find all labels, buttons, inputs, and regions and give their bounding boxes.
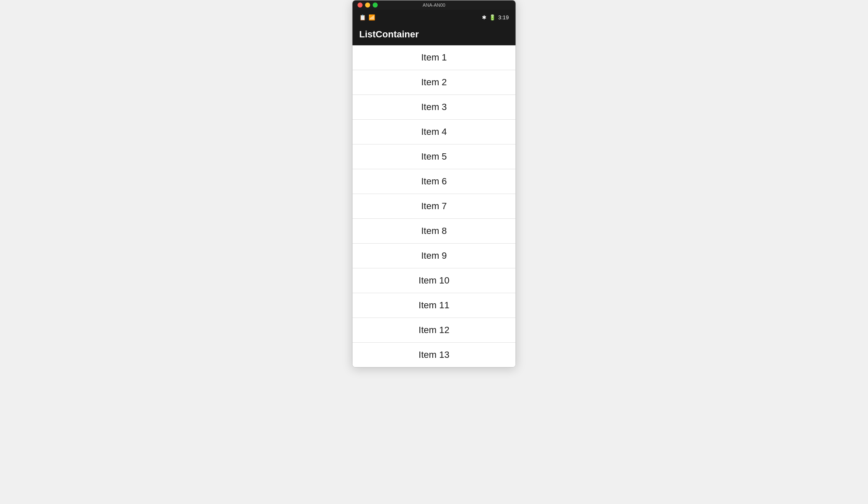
nav-bar: ListContainer <box>352 25 516 45</box>
wifi-icon: 📶 <box>368 14 375 21</box>
list-item-label: Item 9 <box>421 250 447 261</box>
list-item-label: Item 7 <box>421 201 447 212</box>
sim-icon: 📋 <box>359 14 366 21</box>
title-bar: ANA-AN00 <box>352 0 516 10</box>
window-title: ANA-AN00 <box>423 3 445 8</box>
list-item[interactable]: Item 5 <box>352 144 516 169</box>
bluetooth-icon: ✱ <box>482 14 487 21</box>
list-item[interactable]: Item 11 <box>352 293 516 318</box>
list-item-label: Item 1 <box>421 52 447 63</box>
list-item[interactable]: Item 8 <box>352 219 516 244</box>
battery-icon: 🔋 <box>489 14 496 21</box>
list-item[interactable]: Item 2 <box>352 70 516 95</box>
list-item-label: Item 10 <box>418 275 449 286</box>
status-bar: 📋 📶 ✱ 🔋 3:19 <box>352 10 516 25</box>
status-time: 3:19 <box>498 14 509 21</box>
list-item-label: Item 8 <box>421 226 447 236</box>
nav-title: ListContainer <box>359 29 419 39</box>
status-right-icons: ✱ 🔋 3:19 <box>482 14 509 21</box>
list-item-label: Item 2 <box>421 77 447 88</box>
list-item[interactable]: Item 7 <box>352 194 516 219</box>
list-item-label: Item 4 <box>421 126 447 137</box>
list-item[interactable]: Item 6 <box>352 169 516 194</box>
list-container: Item 1Item 2Item 3Item 4Item 5Item 6Item… <box>352 45 516 367</box>
list-item[interactable]: Item 9 <box>352 244 516 268</box>
list-item-label: Item 6 <box>421 176 447 187</box>
list-item[interactable]: Item 10 <box>352 268 516 293</box>
list-item-label: Item 5 <box>421 151 447 162</box>
minimize-button[interactable] <box>365 3 370 8</box>
list-item[interactable]: Item 1 <box>352 45 516 70</box>
status-left-icons: 📋 📶 <box>359 14 375 21</box>
list-item[interactable]: Item 12 <box>352 318 516 343</box>
list-item-label: Item 11 <box>418 300 449 311</box>
list-item[interactable]: Item 3 <box>352 95 516 120</box>
list-item-label: Item 12 <box>418 325 449 336</box>
maximize-button[interactable] <box>373 3 378 8</box>
close-button[interactable] <box>358 3 363 8</box>
phone-window: ANA-AN00 📋 📶 ✱ 🔋 3:19 ListContainer Item… <box>352 0 516 368</box>
list-item[interactable]: Item 4 <box>352 120 516 144</box>
list-item-label: Item 13 <box>418 349 449 360</box>
list-item[interactable]: Item 13 <box>352 343 516 367</box>
traffic-lights <box>358 3 378 8</box>
list-item-label: Item 3 <box>421 102 447 113</box>
